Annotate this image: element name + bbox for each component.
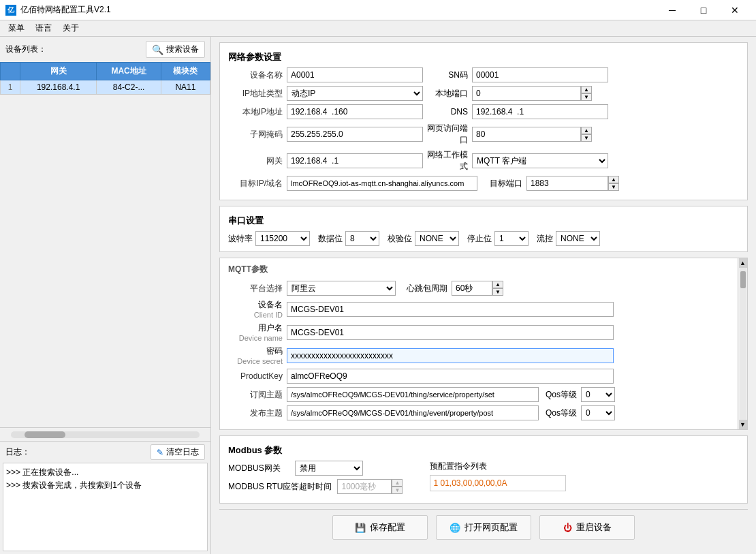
local-port-input[interactable] — [472, 86, 581, 101]
modbus-timeout-down-btn[interactable]: ▼ — [392, 487, 403, 494]
network-row-3: 本地IP地址 DNS — [228, 104, 739, 119]
restart-label: 重启设备 — [576, 521, 612, 534]
table-row[interactable]: 1 192.168.4.1 84-C2-... NA11 — [1, 80, 210, 95]
restart-button[interactable]: ⏻ 重启设备 — [539, 515, 635, 540]
publish-qos-select[interactable]: 0 — [581, 405, 615, 420]
mqtt-row-username: 用户名 Device name — [228, 322, 728, 342]
menu-item-about[interactable]: 关于 — [57, 21, 84, 35]
web-port-down-btn[interactable]: ▼ — [581, 134, 592, 142]
log-header: 日志： ✎ 清空日志 — [0, 442, 210, 463]
heartbeat-down-btn[interactable]: ▼ — [492, 288, 503, 296]
maximize-button[interactable]: □ — [688, 0, 719, 20]
work-mode-select[interactable]: MQTT 客户端 — [472, 153, 608, 168]
minimize-button[interactable]: ─ — [657, 0, 688, 20]
mqtt-row-publish: 发布主题 Qos等级 0 — [228, 405, 728, 420]
sn-input[interactable] — [472, 67, 608, 82]
baud-select[interactable]: 115200 — [255, 231, 310, 246]
log-content: >>> 正在搜索设备... >>> 搜索设备完成，共搜索到1个设备 — [3, 463, 208, 551]
clear-log-button[interactable]: ✎ 清空日志 — [151, 444, 205, 460]
local-port-up-btn[interactable]: ▲ — [581, 86, 592, 93]
gateway-input[interactable] — [287, 153, 423, 168]
modbus-timeout-up-btn[interactable]: ▲ — [392, 479, 403, 487]
target-port-spinbox: ▲ ▼ — [526, 176, 619, 191]
productkey-label: ProductKey — [228, 371, 283, 381]
ip-type-select[interactable]: 动态IP — [287, 86, 423, 101]
target-port-up-btn[interactable]: ▲ — [608, 176, 619, 183]
scroll-up-arrow[interactable]: ▲ — [739, 258, 747, 268]
web-config-button[interactable]: 🌐 打开网页配置 — [436, 515, 531, 540]
network-row-5: 网关 网络工作模式 MQTT 客户端 — [228, 149, 739, 172]
publish-input[interactable] — [287, 405, 539, 420]
scroll-down-arrow[interactable]: ▼ — [739, 420, 747, 429]
modbus-gateway-select[interactable]: 禁用 — [295, 461, 363, 476]
stopbits-label: 停止位 — [467, 233, 492, 245]
local-ip-input[interactable] — [287, 104, 423, 119]
save-config-button[interactable]: 💾 保存配置 — [332, 515, 428, 540]
vertical-scrollbar[interactable]: ▲ ▼ — [738, 258, 747, 429]
stopbits-select[interactable]: 1 — [494, 231, 529, 246]
mqtt-row-clientid: 设备名 Client ID — [228, 299, 728, 319]
cell-mac: 84-C2-... — [97, 80, 161, 95]
web-port-up-btn[interactable]: ▲ — [581, 127, 592, 134]
databits-select[interactable]: 8 — [345, 231, 379, 246]
network-row-6: 目标IP/域名 目标端口 ▲ ▼ — [228, 176, 739, 191]
local-port-down-btn[interactable]: ▼ — [581, 93, 592, 101]
username-input[interactable] — [287, 325, 614, 340]
right-panel[interactable]: 网络参数设置 设备名称 SN码 IP地址类型 动态IP 本地端口 ▲ — [211, 37, 756, 554]
modbus-timeout-input[interactable] — [337, 479, 392, 494]
col-gateway: 网关 — [20, 63, 96, 80]
search-button-label: 搜索设备 — [166, 44, 199, 55]
serial-row: 波特率 115200 数据位 8 校验位 NONE — [228, 231, 739, 246]
heartbeat-input[interactable] — [452, 281, 492, 296]
password-input[interactable] — [287, 348, 614, 363]
target-port-down-btn[interactable]: ▼ — [608, 183, 619, 191]
clear-icon: ✎ — [157, 448, 163, 457]
subscribe-input[interactable] — [287, 387, 539, 402]
dns-input[interactable] — [472, 104, 608, 119]
parity-select[interactable]: NONE — [415, 231, 459, 246]
search-device-button[interactable]: 🔍 搜索设备 — [146, 41, 205, 58]
flow-item: 流控 NONE — [537, 231, 600, 246]
heartbeat-label: 心跳包周期 — [400, 283, 447, 294]
subnet-label: 子网掩码 — [228, 129, 283, 140]
target-port-input[interactable] — [526, 176, 608, 191]
device-name-input[interactable] — [287, 67, 423, 82]
web-port-spinbox: ▲ ▼ — [472, 127, 592, 142]
menu-item-menu[interactable]: 菜单 — [3, 21, 30, 35]
subnet-input[interactable] — [287, 127, 423, 142]
mqtt-title: MQTT参数 — [228, 264, 728, 275]
h-scroll-track[interactable] — [11, 431, 200, 438]
scroll-thumb[interactable] — [740, 271, 746, 288]
platform-label: 平台选择 — [228, 283, 283, 294]
heartbeat-up-btn[interactable]: ▲ — [492, 281, 503, 288]
flow-select[interactable]: NONE — [556, 231, 600, 246]
modbus-content: MODBUS网关 禁用 MODBUS RTU应答超时时间 ▲ ▼ — [228, 461, 739, 497]
horizontal-scrollbar[interactable] — [0, 427, 210, 441]
network-row-4: 子网掩码 网页访问端口 ▲ ▼ — [228, 123, 739, 146]
client-id-input[interactable] — [287, 302, 614, 317]
subscribe-qos-label: Qos等级 — [546, 389, 577, 401]
window-controls: ─ □ ✕ — [657, 0, 751, 20]
modbus-box: Modbus 参数 MODBUS网关 禁用 MODBUS RTU应答超时时间 — [219, 435, 748, 504]
password-label: 密码 Device secret — [228, 345, 283, 365]
subscribe-label: 订阅主题 — [228, 389, 283, 401]
serial-params-box: 串口设置 波特率 115200 数据位 8 校验位 N — [219, 206, 748, 252]
h-scroll-thumb[interactable] — [25, 431, 65, 438]
bottom-bar: 💾 保存配置 🌐 打开网页配置 ⏻ 重启设备 — [219, 509, 748, 545]
target-ip-input[interactable] — [287, 176, 477, 191]
preconfig-label: 预配置指令列表 — [430, 461, 566, 472]
subscribe-qos-select[interactable]: 0 — [581, 387, 615, 402]
restart-icon: ⏻ — [563, 523, 572, 533]
web-port-input[interactable] — [472, 127, 581, 142]
close-button[interactable]: ✕ — [719, 0, 751, 20]
save-config-label: 保存配置 — [370, 521, 405, 534]
scroll-track — [740, 268, 746, 420]
left-panel: 设备列表： 🔍 搜索设备 网关 MAC地址 模块类 1 — [0, 37, 211, 554]
app-title: 亿佰特网络配置工具V2.1 — [20, 4, 111, 16]
modbus-right: 预配置指令列表 1 01,03,00,00,00,0A — [430, 461, 566, 491]
menu-item-language[interactable]: 语言 — [30, 21, 57, 35]
username-label-line1: 用户名 — [228, 322, 283, 334]
modbus-timeout-label: MODBUS RTU应答超时时间 — [228, 481, 332, 493]
productkey-input[interactable] — [287, 369, 614, 384]
platform-select[interactable]: 阿里云 — [287, 281, 396, 296]
